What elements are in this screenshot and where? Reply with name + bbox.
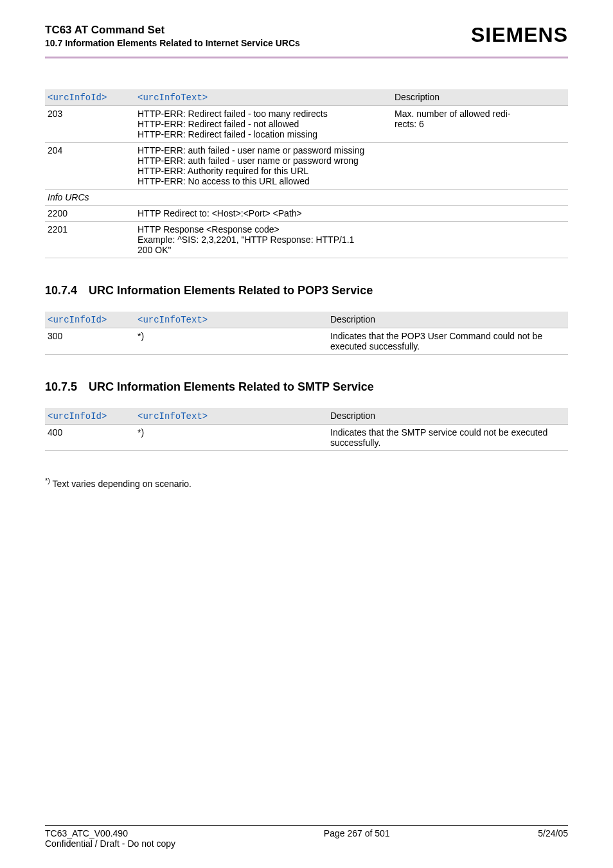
page-footer: TC63_ATC_V00.490 Confidential / Draft - … [45, 825, 568, 849]
table-row: 2200HTTP Redirect to: <Host>:<Port> <Pat… [45, 206, 568, 222]
cell-text: HTTP Response <Response code>Example: ^S… [135, 222, 392, 258]
cell-id: 2200 [45, 206, 135, 222]
col-header-desc: Description [328, 408, 568, 425]
cell-desc [392, 222, 568, 258]
footnote-mark: *) [45, 477, 50, 484]
cell-text: HTTP-ERR: auth failed - user name or pas… [135, 143, 392, 190]
table-row: 400 *) Indicates that the SMTP service c… [45, 425, 568, 451]
cell-desc [392, 190, 568, 206]
cell-desc [392, 206, 568, 222]
col-header-text: <urcInfoText> [135, 408, 328, 425]
footnote: *) Text varies depending on scenario. [45, 477, 568, 489]
page-header: TC63 AT Command Set 10.7 Information Ele… [45, 23, 568, 57]
cell-id: 2201 [45, 222, 135, 258]
cell-text [135, 190, 392, 206]
col-header-desc: Description [328, 312, 568, 328]
cell-text: *) [135, 328, 328, 355]
table-row: 204HTTP-ERR: auth failed - user name or … [45, 143, 568, 190]
table-row: 300 *) Indicates that the POP3 User Comm… [45, 328, 568, 355]
urc-table-pop3: <urcInfoId> <urcInfoText> Description 30… [45, 312, 568, 355]
cell-id: 300 [45, 328, 135, 355]
section-heading-smtp: 10.7.5URC Information Elements Related t… [45, 380, 568, 394]
urc-table-http: <urcInfoId> <urcInfoText> Description 20… [45, 89, 568, 258]
footer-date: 5/24/05 [538, 828, 568, 849]
cell-id: 400 [45, 425, 135, 451]
col-header-desc: Description [392, 89, 568, 106]
footer-doc-id: TC63_ATC_V00.490 [45, 828, 175, 838]
col-header-id: <urcInfoId> [45, 312, 135, 328]
table-row: 2201HTTP Response <Response code>Example… [45, 222, 568, 258]
table-row: 203HTTP-ERR: Redirect failed - too many … [45, 106, 568, 143]
cell-id: 203 [45, 106, 135, 143]
cell-id: Info URCs [45, 190, 135, 206]
doc-title: TC63 AT Command Set [45, 23, 471, 37]
cell-desc [392, 143, 568, 190]
cell-desc: Max. number of allowed redi-rects: 6 [392, 106, 568, 143]
cell-text: *) [135, 425, 328, 451]
cell-desc: Indicates that the POP3 User Command cou… [328, 328, 568, 355]
col-header-id: <urcInfoId> [45, 408, 135, 425]
footer-page-number: Page 267 of 501 [175, 828, 538, 849]
urc-table-smtp: <urcInfoId> <urcInfoText> Description 40… [45, 408, 568, 451]
col-header-id: <urcInfoId> [45, 89, 135, 106]
table-row: Info URCs [45, 190, 568, 206]
cell-text: HTTP Redirect to: <Host>:<Port> <Path> [135, 206, 392, 222]
header-divider [45, 57, 568, 58]
section-heading-pop3: 10.7.4URC Information Elements Related t… [45, 284, 568, 297]
cell-id: 204 [45, 143, 135, 190]
cell-desc: Indicates that the SMTP service could no… [328, 425, 568, 451]
brand-logo: SIEMENS [471, 23, 568, 47]
col-header-text: <urcInfoText> [135, 312, 328, 328]
cell-text: HTTP-ERR: Redirect failed - too many red… [135, 106, 392, 143]
col-header-text: <urcInfoText> [135, 89, 392, 106]
footer-confidential: Confidential / Draft - Do not copy [45, 838, 175, 849]
doc-subtitle: 10.7 Information Elements Related to Int… [45, 37, 471, 49]
